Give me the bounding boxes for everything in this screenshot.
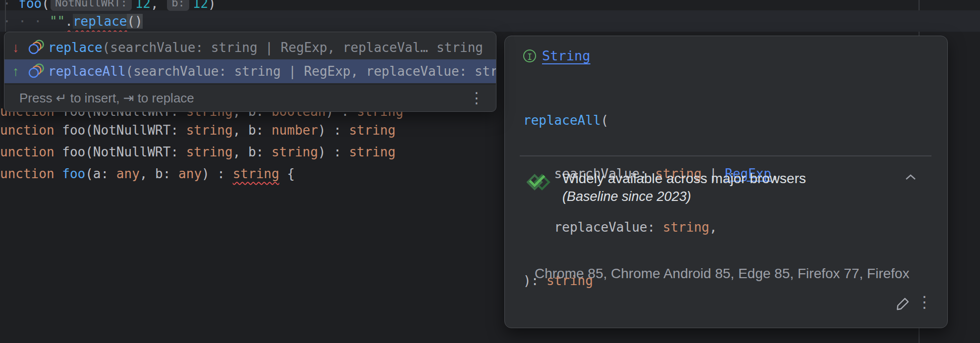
ide-editor: · foo(NotNullWRT:12, b:12) · · · "".repl… (0, 0, 980, 343)
token: () (127, 14, 142, 29)
completion-footer: Press ↵ to insert, ⇥ to replace ⋮ (4, 84, 496, 111)
arrow-down-icon: ↓ (12, 40, 27, 55)
token: string (349, 123, 395, 138)
baseline-subtitle: (Baseline since 2023) (562, 188, 806, 205)
method-icon (27, 39, 48, 56)
completion-item-replaceall[interactable]: ↑ replaceAll (searchValue: string | RegE… (4, 59, 496, 83)
token: a (93, 166, 101, 181)
doc-more-options-icon[interactable]: ⋮ (917, 293, 932, 311)
token: b (248, 123, 256, 138)
doc-owner-row: I String (523, 48, 591, 63)
token: ) : (318, 145, 349, 159)
completion-item-name: replaceAll (48, 64, 126, 79)
token: , (151, 0, 166, 11)
completion-item-return-type: string (436, 40, 496, 55)
more-options-icon[interactable]: ⋮ (469, 91, 484, 105)
code-line-overload-1[interactable]: unction foo(NotNullWRT: string, b: numbe… (0, 119, 395, 141)
token: ( (601, 113, 609, 128)
token: , (140, 166, 155, 181)
token: 12 (193, 0, 208, 11)
token: unction (0, 166, 62, 181)
token: any (116, 166, 140, 181)
interface-icon: I (523, 49, 536, 62)
token: ) (208, 0, 216, 11)
completion-list: ↓ replace (searchValue: string | RegExp,… (4, 32, 496, 83)
edit-pencil-icon[interactable] (894, 294, 912, 314)
token: b: (167, 0, 189, 11)
divider (520, 155, 931, 156)
token: ( (85, 166, 93, 181)
token: replace (73, 14, 127, 29)
token: ( (85, 145, 93, 159)
token: foo (62, 166, 85, 181)
token: : (170, 123, 186, 138)
token: string (349, 145, 395, 159)
token: foo (62, 145, 85, 159)
token: foo (18, 0, 42, 11)
token: ) : (202, 166, 233, 181)
completion-item-name: replace (48, 40, 103, 55)
token: string (233, 166, 279, 181)
method-icon (27, 63, 48, 80)
token: 12 (135, 0, 151, 11)
token: ) : (318, 123, 349, 138)
chevron-up-icon[interactable] (905, 174, 917, 183)
token: , (233, 145, 248, 159)
token: replaceAll (523, 113, 601, 128)
completion-item-params: (searchValue: string | RegExp, replaceVa… (103, 40, 436, 55)
completion-item-params: (searchValue: string | RegExp, replaceVa… (126, 64, 496, 79)
token: "" (50, 14, 65, 29)
token: : (101, 166, 116, 181)
token: : (256, 123, 272, 138)
browser-support-line: Chrome 85, Chrome Android 85, Edge 85, F… (535, 263, 909, 284)
token: unction (0, 123, 62, 138)
completion-hint: Press ↵ to insert, ⇥ to replace (19, 91, 194, 106)
token: : (256, 145, 272, 159)
arrow-up-icon: ↑ (12, 64, 27, 79)
token: . (65, 14, 73, 29)
baseline-text: Widely available across major browsers (… (562, 170, 806, 205)
code-line-overload-2[interactable]: unction foo(NotNullWRT: string, b: strin… (0, 141, 395, 163)
token: string (186, 123, 233, 138)
token: b (248, 145, 256, 159)
token: { (279, 166, 295, 181)
completion-popup: ↓ replace (searchValue: string | RegExp,… (4, 32, 496, 112)
token: NotNullWRT (93, 123, 171, 138)
signature-line: replaceAll( (523, 111, 779, 129)
code-line-overload-3[interactable]: unction foo(a: any, b: any) : string { (0, 163, 295, 185)
completion-item-replace[interactable]: ↓ replace (searchValue: string | RegExp,… (4, 36, 496, 59)
token: , (233, 123, 248, 138)
baseline-section: Widely available across major browsers (… (527, 170, 806, 205)
token: number (272, 123, 318, 138)
baseline-widely-available-icon (527, 174, 552, 193)
token: · · · (3, 14, 50, 29)
token: string (272, 145, 318, 159)
token: unction (0, 145, 62, 159)
token: : (163, 166, 178, 181)
token: any (178, 166, 202, 181)
baseline-title: Widely available across major browsers (562, 170, 806, 188)
token: b (155, 166, 163, 181)
token: ( (85, 123, 93, 138)
doc-description: The replaceAll() method of String ↗ valu… (522, 286, 903, 328)
token: ( (42, 0, 50, 11)
token: : (170, 145, 186, 159)
documentation-popup: I String replaceAll( searchValue: string… (504, 36, 948, 328)
string-type-link[interactable]: String (542, 48, 591, 63)
token: NotNullWRT (93, 145, 171, 159)
token: string (186, 145, 233, 159)
token: NotNullWRT: (51, 0, 132, 11)
token: · (3, 0, 18, 11)
token: foo (62, 123, 85, 138)
code-line-replace-call[interactable]: · · · "".replace() (3, 10, 143, 32)
